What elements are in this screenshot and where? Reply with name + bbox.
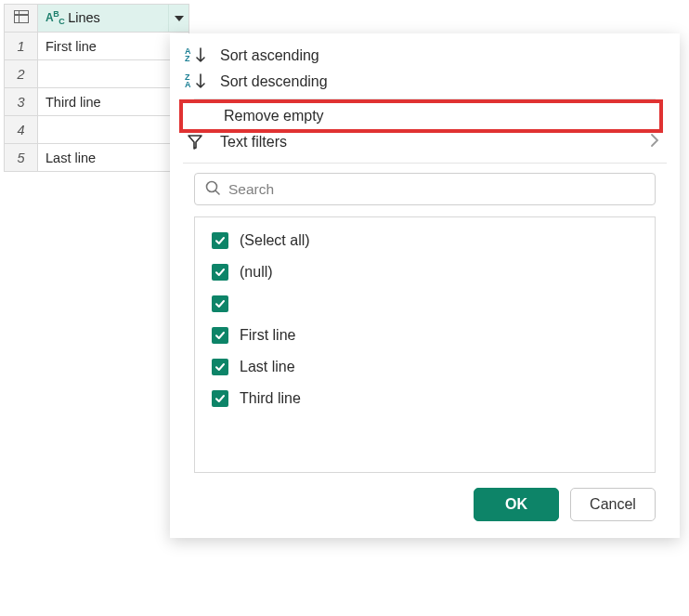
filter-value-item[interactable]: (null) bbox=[212, 264, 638, 281]
filter-value-label: Third line bbox=[240, 390, 301, 407]
filter-value-item[interactable]: Last line bbox=[212, 359, 638, 375]
caret-down-icon bbox=[175, 16, 184, 21]
filter-value-item[interactable] bbox=[212, 295, 638, 312]
table-row[interactable]: 4 bbox=[5, 116, 189, 144]
chevron-right-icon bbox=[650, 133, 659, 151]
cell-value[interactable]: Last line bbox=[38, 144, 189, 172]
table-icon bbox=[14, 10, 29, 23]
checkbox-checked-icon bbox=[212, 390, 228, 407]
sort-ascending-label: Sort ascending bbox=[220, 47, 319, 64]
cell-value[interactable]: First line bbox=[38, 33, 189, 60]
menu-separator bbox=[183, 163, 667, 164]
row-number: 1 bbox=[5, 33, 38, 60]
row-number: 2 bbox=[5, 60, 38, 88]
cell-value[interactable]: Third line bbox=[38, 88, 189, 116]
checkbox-checked-icon bbox=[212, 359, 228, 375]
row-number: 3 bbox=[5, 88, 38, 116]
table-corner[interactable] bbox=[5, 5, 38, 33]
search-icon bbox=[204, 179, 221, 199]
filter-value-label: (Select all) bbox=[240, 232, 310, 249]
data-grid: ABC Lines 1First line23Third line45Last … bbox=[4, 4, 189, 172]
filter-value-label: Last line bbox=[240, 359, 295, 375]
row-number: 4 bbox=[5, 116, 38, 144]
sort-asc-icon: AZ bbox=[183, 47, 207, 64]
remove-empty-item[interactable]: Remove empty bbox=[179, 99, 663, 133]
funnel-icon bbox=[183, 134, 207, 151]
type-text-icon: ABC bbox=[46, 9, 64, 26]
cancel-button[interactable]: Cancel bbox=[570, 488, 656, 521]
text-filters-item[interactable]: Text filters bbox=[170, 129, 680, 155]
sort-descending-item[interactable]: ZA Sort descending bbox=[170, 69, 680, 95]
filter-search-box[interactable] bbox=[194, 173, 656, 205]
table-row[interactable]: 3Third line bbox=[5, 88, 189, 116]
filter-value-item[interactable]: (Select all) bbox=[212, 232, 638, 249]
column-title: Lines bbox=[68, 10, 100, 25]
filter-value-label: (null) bbox=[240, 264, 273, 281]
row-number: 5 bbox=[5, 144, 38, 172]
cell-value[interactable] bbox=[38, 116, 189, 144]
checkbox-checked-icon bbox=[212, 327, 228, 344]
remove-empty-label: Remove empty bbox=[224, 108, 324, 125]
dialog-buttons: OK Cancel bbox=[170, 473, 680, 521]
sort-descending-label: Sort descending bbox=[220, 73, 328, 90]
sort-ascending-item[interactable]: AZ Sort ascending bbox=[170, 43, 680, 69]
column-filter-button[interactable] bbox=[168, 5, 188, 32]
table-row[interactable]: 2 bbox=[5, 60, 189, 88]
column-filter-dropdown: AZ Sort ascending ZA Sort descending Rem… bbox=[170, 33, 680, 538]
ok-button[interactable]: OK bbox=[474, 488, 559, 521]
filter-value-label: First line bbox=[240, 327, 295, 344]
table-row[interactable]: 1First line bbox=[5, 33, 189, 60]
text-filters-label: Text filters bbox=[220, 134, 287, 151]
cell-value[interactable] bbox=[38, 60, 189, 88]
sort-desc-icon: ZA bbox=[183, 73, 207, 90]
checkbox-checked-icon bbox=[212, 295, 228, 312]
checkbox-checked-icon bbox=[212, 264, 228, 281]
filter-value-item[interactable]: First line bbox=[212, 327, 638, 344]
column-header-lines[interactable]: ABC Lines bbox=[38, 5, 189, 33]
table-row[interactable]: 5Last line bbox=[5, 144, 189, 172]
filter-values-list: (Select all)(null)First lineLast lineThi… bbox=[194, 216, 656, 473]
filter-search-input[interactable] bbox=[228, 181, 645, 198]
checkbox-checked-icon bbox=[212, 232, 228, 249]
filter-value-item[interactable]: Third line bbox=[212, 390, 638, 407]
